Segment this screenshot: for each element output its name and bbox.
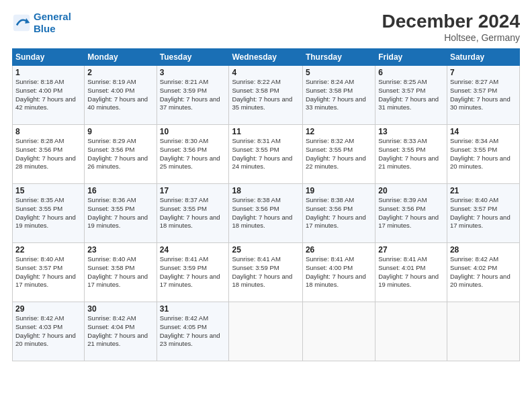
- table-row: [229, 302, 302, 361]
- table-row: 30 Sunrise: 8:42 AM Sunset: 4:04 PM Dayl…: [85, 302, 157, 361]
- table-row: 26 Sunrise: 8:41 AM Sunset: 4:00 PM Dayl…: [302, 243, 375, 302]
- day-number: 22: [15, 245, 81, 255]
- table-row: [375, 302, 447, 361]
- day-info: Sunrise: 8:41 AM Sunset: 4:00 PM Dayligh…: [306, 255, 372, 289]
- day-info: Sunrise: 8:37 AM Sunset: 3:55 PM Dayligh…: [160, 196, 226, 230]
- col-monday: Monday: [85, 49, 157, 66]
- day-info: Sunrise: 8:38 AM Sunset: 3:56 PM Dayligh…: [306, 196, 372, 230]
- col-wednesday: Wednesday: [229, 49, 302, 66]
- calendar-week-row: 15 Sunrise: 8:35 AM Sunset: 3:55 PM Dayl…: [13, 184, 520, 243]
- table-row: 29 Sunrise: 8:42 AM Sunset: 4:03 PM Dayl…: [13, 302, 85, 361]
- day-number: 16: [87, 186, 153, 195]
- day-number: 5: [306, 68, 372, 77]
- calendar-table: Sunday Monday Tuesday Wednesday Thursday…: [12, 48, 520, 361]
- table-row: 7 Sunrise: 8:27 AM Sunset: 3:57 PM Dayli…: [447, 66, 519, 125]
- day-number: 12: [306, 127, 372, 136]
- day-number: 21: [450, 186, 517, 195]
- day-number: 4: [232, 68, 299, 77]
- day-number: 19: [306, 186, 372, 195]
- day-info: Sunrise: 8:36 AM Sunset: 3:55 PM Dayligh…: [87, 196, 153, 230]
- day-info: Sunrise: 8:42 AM Sunset: 4:04 PM Dayligh…: [87, 314, 153, 349]
- day-number: 24: [160, 245, 226, 255]
- day-info: Sunrise: 8:22 AM Sunset: 3:58 PM Dayligh…: [232, 78, 299, 112]
- day-info: Sunrise: 8:18 AM Sunset: 4:00 PM Dayligh…: [15, 78, 81, 112]
- table-row: 22 Sunrise: 8:40 AM Sunset: 3:57 PM Dayl…: [13, 243, 85, 302]
- day-info: Sunrise: 8:33 AM Sunset: 3:55 PM Dayligh…: [378, 137, 444, 171]
- table-row: 27 Sunrise: 8:41 AM Sunset: 4:01 PM Dayl…: [375, 243, 447, 302]
- col-tuesday: Tuesday: [157, 49, 229, 66]
- table-row: 16 Sunrise: 8:36 AM Sunset: 3:55 PM Dayl…: [85, 184, 157, 243]
- day-number: 2: [87, 68, 153, 77]
- day-info: Sunrise: 8:39 AM Sunset: 3:56 PM Dayligh…: [378, 196, 444, 230]
- table-row: 25 Sunrise: 8:41 AM Sunset: 3:59 PM Dayl…: [229, 243, 302, 302]
- calendar-week-row: 22 Sunrise: 8:40 AM Sunset: 3:57 PM Dayl…: [13, 243, 520, 302]
- day-number: 14: [450, 127, 517, 136]
- day-number: 6: [378, 68, 444, 77]
- day-number: 10: [160, 127, 226, 136]
- table-row: 13 Sunrise: 8:33 AM Sunset: 3:55 PM Dayl…: [375, 125, 447, 184]
- table-row: [302, 302, 375, 361]
- table-row: 3 Sunrise: 8:21 AM Sunset: 3:59 PM Dayli…: [157, 66, 229, 125]
- table-row: 6 Sunrise: 8:25 AM Sunset: 3:57 PM Dayli…: [375, 66, 447, 125]
- col-friday: Friday: [375, 49, 447, 66]
- day-number: 11: [232, 127, 299, 136]
- day-info: Sunrise: 8:31 AM Sunset: 3:55 PM Dayligh…: [232, 137, 299, 171]
- day-number: 31: [160, 304, 226, 314]
- day-info: Sunrise: 8:27 AM Sunset: 3:57 PM Dayligh…: [450, 78, 517, 112]
- table-row: 24 Sunrise: 8:41 AM Sunset: 3:59 PM Dayl…: [157, 243, 229, 302]
- day-info: Sunrise: 8:40 AM Sunset: 3:58 PM Dayligh…: [87, 255, 153, 289]
- table-row: 17 Sunrise: 8:37 AM Sunset: 3:55 PM Dayl…: [157, 184, 229, 243]
- day-number: 15: [15, 186, 81, 195]
- day-info: Sunrise: 8:32 AM Sunset: 3:55 PM Dayligh…: [306, 137, 372, 171]
- day-info: Sunrise: 8:38 AM Sunset: 3:56 PM Dayligh…: [232, 196, 299, 230]
- day-info: Sunrise: 8:29 AM Sunset: 3:56 PM Dayligh…: [87, 137, 153, 171]
- day-number: 29: [15, 304, 81, 314]
- col-thursday: Thursday: [302, 49, 375, 66]
- table-row: 9 Sunrise: 8:29 AM Sunset: 3:56 PM Dayli…: [85, 125, 157, 184]
- table-row: 10 Sunrise: 8:30 AM Sunset: 3:56 PM Dayl…: [157, 125, 229, 184]
- table-row: 1 Sunrise: 8:18 AM Sunset: 4:00 PM Dayli…: [13, 66, 85, 125]
- table-row: 15 Sunrise: 8:35 AM Sunset: 3:55 PM Dayl…: [13, 184, 85, 243]
- table-row: 20 Sunrise: 8:39 AM Sunset: 3:56 PM Dayl…: [375, 184, 447, 243]
- day-number: 30: [87, 304, 153, 314]
- calendar-week-row: 29 Sunrise: 8:42 AM Sunset: 4:03 PM Dayl…: [13, 302, 520, 361]
- table-row: 19 Sunrise: 8:38 AM Sunset: 3:56 PM Dayl…: [302, 184, 375, 243]
- title-block: December 2024 Holtsee, Germany: [382, 11, 520, 43]
- table-row: 14 Sunrise: 8:34 AM Sunset: 3:55 PM Dayl…: [447, 125, 519, 184]
- table-row: 18 Sunrise: 8:38 AM Sunset: 3:56 PM Dayl…: [229, 184, 302, 243]
- day-info: Sunrise: 8:28 AM Sunset: 3:56 PM Dayligh…: [15, 137, 81, 171]
- table-row: 5 Sunrise: 8:24 AM Sunset: 3:58 PM Dayli…: [302, 66, 375, 125]
- table-row: 11 Sunrise: 8:31 AM Sunset: 3:55 PM Dayl…: [229, 125, 302, 184]
- table-row: 23 Sunrise: 8:40 AM Sunset: 3:58 PM Dayl…: [85, 243, 157, 302]
- logo-line1: General: [34, 11, 71, 22]
- table-row: 4 Sunrise: 8:22 AM Sunset: 3:58 PM Dayli…: [229, 66, 302, 125]
- day-number: 9: [87, 127, 153, 136]
- day-info: Sunrise: 8:42 AM Sunset: 4:02 PM Dayligh…: [450, 255, 517, 289]
- day-info: Sunrise: 8:35 AM Sunset: 3:55 PM Dayligh…: [15, 196, 81, 230]
- location-title: Holtsee, Germany: [382, 32, 520, 43]
- table-row: 28 Sunrise: 8:42 AM Sunset: 4:02 PM Dayl…: [447, 243, 519, 302]
- day-number: 1: [15, 68, 81, 77]
- day-info: Sunrise: 8:42 AM Sunset: 4:05 PM Dayligh…: [160, 314, 226, 349]
- day-number: 28: [450, 245, 517, 255]
- day-number: 3: [160, 68, 226, 77]
- day-number: 8: [15, 127, 81, 136]
- table-row: 31 Sunrise: 8:42 AM Sunset: 4:05 PM Dayl…: [157, 302, 229, 361]
- day-number: 18: [232, 186, 299, 195]
- day-info: Sunrise: 8:19 AM Sunset: 4:00 PM Dayligh…: [87, 78, 153, 112]
- day-info: Sunrise: 8:24 AM Sunset: 3:58 PM Dayligh…: [306, 78, 372, 112]
- table-row: 2 Sunrise: 8:19 AM Sunset: 4:00 PM Dayli…: [85, 66, 157, 125]
- calendar-header-row: Sunday Monday Tuesday Wednesday Thursday…: [13, 49, 520, 66]
- day-info: Sunrise: 8:41 AM Sunset: 3:59 PM Dayligh…: [232, 255, 299, 289]
- logo-icon: [12, 13, 31, 32]
- col-sunday: Sunday: [13, 49, 85, 66]
- day-number: 23: [87, 245, 153, 255]
- day-info: Sunrise: 8:41 AM Sunset: 4:01 PM Dayligh…: [378, 255, 444, 289]
- calendar-week-row: 1 Sunrise: 8:18 AM Sunset: 4:00 PM Dayli…: [13, 66, 520, 125]
- day-number: 20: [378, 186, 444, 195]
- day-info: Sunrise: 8:30 AM Sunset: 3:56 PM Dayligh…: [160, 137, 226, 171]
- day-info: Sunrise: 8:40 AM Sunset: 3:57 PM Dayligh…: [450, 196, 517, 230]
- calendar-week-row: 8 Sunrise: 8:28 AM Sunset: 3:56 PM Dayli…: [13, 125, 520, 184]
- table-row: 21 Sunrise: 8:40 AM Sunset: 3:57 PM Dayl…: [447, 184, 519, 243]
- day-number: 7: [450, 68, 517, 77]
